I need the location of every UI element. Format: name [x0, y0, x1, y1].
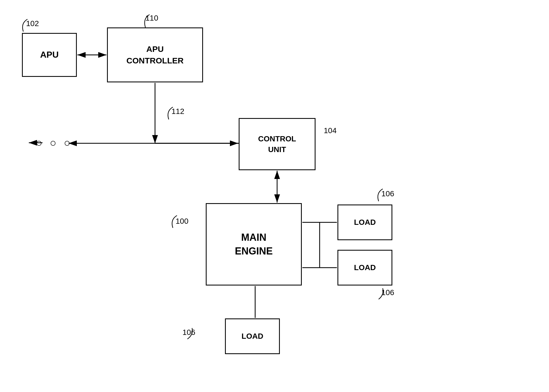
- load1-box: LOAD: [337, 205, 392, 240]
- ref-112-curve: [162, 104, 178, 121]
- control-unit-label: CONTROLUNIT: [258, 133, 296, 155]
- main-engine-label: MAINENGINE: [235, 231, 273, 258]
- load2-label: LOAD: [354, 263, 376, 273]
- ref-106a-curve: [370, 186, 387, 203]
- load3-label: LOAD: [241, 331, 263, 341]
- ref-104-line: [315, 128, 326, 133]
- load3-box: LOAD: [225, 318, 280, 354]
- ref-100-curve: [165, 213, 181, 229]
- dots-arrow: [27, 139, 44, 147]
- apu-label: APU: [40, 49, 59, 61]
- ref-106c-curve: [180, 325, 195, 340]
- ref-106b-curve: [370, 285, 387, 301]
- apu-controller-label: APUCONTROLLER: [126, 43, 184, 66]
- diagram-container: APU CONTROLLER double-headed arrow --> A…: [0, 0, 549, 392]
- apu-controller-box: APUCONTROLLER: [107, 27, 203, 82]
- main-engine-box: MAINENGINE: [206, 203, 302, 285]
- apu-box: APU: [22, 33, 77, 77]
- ref-110-curve: [134, 10, 154, 30]
- control-unit-box: CONTROLUNIT: [239, 118, 316, 170]
- load2-box: LOAD: [337, 250, 392, 285]
- ref-102-curve: [15, 15, 32, 34]
- load1-label: LOAD: [354, 217, 376, 227]
